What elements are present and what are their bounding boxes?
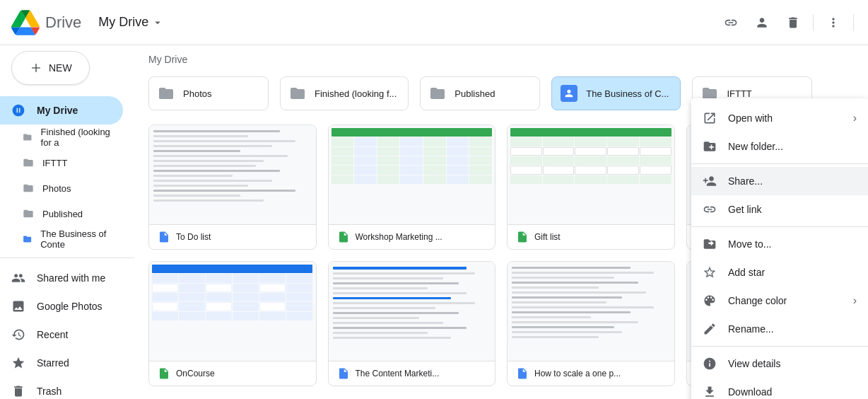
download-icon bbox=[703, 385, 717, 399]
share-label: Share... bbox=[728, 175, 857, 187]
more-options-btn[interactable] bbox=[819, 8, 848, 37]
context-menu-add-star[interactable]: Add star bbox=[691, 258, 868, 287]
view-details-label: View details bbox=[728, 358, 857, 369]
header-actions bbox=[717, 8, 857, 37]
sidebar-item-starred[interactable]: Starred bbox=[0, 349, 123, 377]
breadcrumb-my-drive[interactable]: My Drive bbox=[148, 54, 187, 65]
sidebar-item-label-shared: Shared with me bbox=[37, 272, 105, 284]
link-icon bbox=[703, 202, 717, 216]
file-name-scale: How to scale a one p... bbox=[534, 369, 666, 378]
person-plus-icon bbox=[703, 174, 717, 188]
info-icon bbox=[703, 357, 717, 371]
sidebar-item-trash[interactable]: Trash bbox=[0, 377, 123, 399]
file-card-workshop[interactable]: Workshop Marketing ... bbox=[328, 125, 496, 250]
sidebar-my-drive-children: Finished (looking for a IFTTT Photos Pub… bbox=[0, 125, 134, 252]
rename-label: Rename... bbox=[728, 323, 857, 335]
folder-name-published: Published bbox=[454, 88, 495, 99]
sidebar-item-recent[interactable]: Recent bbox=[0, 320, 123, 349]
file-preview-content bbox=[329, 262, 495, 361]
file-info-gift: Gift list bbox=[508, 224, 674, 249]
my-drive-title[interactable]: My Drive bbox=[93, 12, 170, 33]
context-menu-move-to[interactable]: Move to... bbox=[691, 230, 868, 258]
folder-icon-published bbox=[23, 208, 34, 219]
sidebar-item-my-drive[interactable]: My Drive bbox=[0, 96, 123, 125]
more-vert-icon bbox=[826, 16, 840, 30]
folder-move-icon bbox=[703, 237, 717, 251]
sidebar-item-label-my-drive: My Drive bbox=[37, 105, 78, 116]
context-menu-change-color[interactable]: Change color › bbox=[691, 287, 868, 315]
sidebar-item-label-photos: Google Photos bbox=[37, 301, 102, 312]
sheet-icon-workshop bbox=[337, 231, 350, 243]
sidebar-child-ifttt[interactable]: IFTTT bbox=[11, 150, 123, 175]
folder-icon-ifttt bbox=[23, 157, 34, 168]
context-menu-download[interactable]: Download bbox=[691, 378, 868, 399]
link-icon bbox=[724, 16, 738, 30]
doc-icon-scale bbox=[516, 367, 529, 380]
context-menu-share[interactable]: Share... bbox=[691, 167, 868, 195]
context-menu: Open with › New folder... Share... bbox=[691, 98, 868, 399]
folder-icon-finished-card bbox=[289, 85, 306, 102]
search-icon-btn[interactable] bbox=[717, 8, 745, 37]
context-menu-new-folder[interactable]: New folder... bbox=[691, 132, 868, 161]
context-menu-get-link[interactable]: Get link bbox=[691, 195, 868, 224]
change-color-arrow: › bbox=[853, 294, 857, 307]
context-menu-rename[interactable]: Rename... bbox=[691, 315, 868, 343]
file-name-oncourse: OnCourse bbox=[176, 369, 307, 378]
get-link-label: Get link bbox=[728, 204, 857, 215]
file-card-oncourse[interactable]: OnCourse bbox=[148, 261, 317, 386]
folder-card-published[interactable]: Published bbox=[420, 76, 540, 110]
sidebar-child-label-photos: Photos bbox=[42, 183, 71, 194]
sidebar-child-label-business: The Business of Conte bbox=[40, 229, 117, 250]
sidebar-item-photos[interactable]: Google Photos bbox=[0, 292, 123, 320]
sidebar-item-label-recent: Recent bbox=[37, 329, 68, 340]
sidebar-item-label-starred: Starred bbox=[37, 357, 69, 369]
header-divider-2 bbox=[853, 14, 854, 31]
folder-card-business[interactable]: The Business of C... bbox=[551, 76, 681, 110]
file-name-gift: Gift list bbox=[534, 232, 666, 242]
file-card-content[interactable]: The Content Marketi... bbox=[328, 261, 496, 386]
file-preview-todo bbox=[149, 125, 316, 224]
file-card-gift[interactable]: Gift list bbox=[507, 125, 675, 250]
new-folder-label: New folder... bbox=[728, 141, 857, 152]
folder-name-business: The Business of C... bbox=[586, 88, 669, 99]
external-icon bbox=[703, 111, 717, 125]
chevron-down-icon bbox=[151, 16, 164, 29]
context-menu-divider-3 bbox=[691, 346, 868, 347]
sidebar-divider bbox=[0, 258, 134, 258]
context-menu-view-details[interactable]: View details bbox=[691, 349, 868, 378]
sidebar-child-label-finished: Finished (looking for a bbox=[41, 127, 117, 148]
header-title-area: My Drive bbox=[93, 12, 717, 33]
folder-card-photos[interactable]: Photos bbox=[148, 76, 269, 110]
open-with-label: Open with bbox=[728, 112, 842, 124]
person-icon-btn[interactable] bbox=[748, 8, 776, 37]
folder-icon-business bbox=[23, 233, 32, 245]
sidebar: NEW My Drive Finished (looking for a IFT… bbox=[0, 45, 134, 399]
trash-icon-btn[interactable] bbox=[779, 8, 807, 37]
context-menu-open-with[interactable]: Open with › bbox=[691, 104, 868, 132]
open-with-arrow: › bbox=[853, 112, 857, 125]
file-card-scale[interactable]: How to scale a one p... bbox=[507, 261, 675, 386]
new-button[interactable]: NEW bbox=[11, 51, 90, 85]
change-color-label: Change color bbox=[728, 295, 842, 306]
sidebar-child-published[interactable]: Published bbox=[11, 201, 123, 226]
folder-icon-finished bbox=[23, 132, 33, 143]
person-icon bbox=[755, 16, 769, 30]
photo-icon bbox=[11, 299, 25, 313]
sidebar-child-finished[interactable]: Finished (looking for a bbox=[11, 125, 123, 150]
context-menu-divider-1 bbox=[691, 163, 868, 164]
sidebar-child-business[interactable]: The Business of Conte bbox=[11, 226, 123, 252]
folder-icon-photos-card bbox=[158, 85, 175, 102]
clock-icon bbox=[11, 328, 25, 342]
sidebar-item-shared[interactable]: Shared with me bbox=[0, 264, 123, 292]
folder-person-icon-business bbox=[561, 85, 577, 102]
file-preview-oncourse bbox=[149, 262, 316, 361]
file-info-todo: To Do list bbox=[149, 224, 316, 249]
folder-name-photos: Photos bbox=[183, 88, 211, 99]
file-card-todo[interactable]: To Do list bbox=[148, 125, 317, 250]
pencil-icon bbox=[703, 322, 717, 336]
sheet-icon-gift bbox=[516, 231, 529, 243]
folder-card-finished[interactable]: Finished (looking f... bbox=[280, 76, 409, 110]
folder-icon-published-card bbox=[429, 85, 446, 102]
palette-icon bbox=[703, 294, 717, 308]
sidebar-child-photos[interactable]: Photos bbox=[11, 175, 123, 201]
